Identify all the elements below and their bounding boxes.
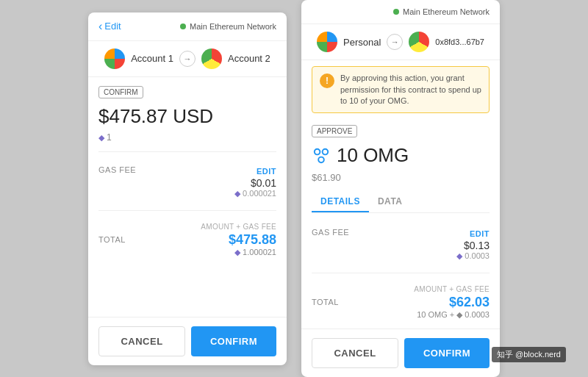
total-usd2: $62.03 [417,295,490,310]
from-account-name: Account 1 [131,53,173,64]
from-avatar2 [317,32,337,52]
amount-gas-label: AMOUNT + GAS FEE [98,223,276,231]
edit-link[interactable]: Edit [98,20,121,33]
amount-gas-label2: AMOUNT + GAS FEE [312,285,490,293]
approve-badge: APPROVE [312,125,357,137]
tab-details[interactable]: DETAILS [312,192,369,212]
card1-body: CONFIRM $475.87 USD ◆ 1 GAS FEE EDIT $0.… [88,77,287,292]
cancel-button[interactable]: CANCEL [98,326,185,356]
total-label: TOTAL [98,232,126,244]
from-account-name2: Personal [343,37,381,48]
confirm-badge: CONFIRM [98,86,143,98]
gas-fee-label2: GAS FEE [312,226,349,237]
svg-point-2 [318,157,324,162]
total-label2: TOTAL [312,295,339,306]
svg-point-1 [323,148,329,154]
gas-fee-eth2: ◆ 0.0003 [456,251,490,261]
total-values2: $62.03 10 OMG + ◆ 0.0003 [417,295,490,320]
eth-diamond4-icon: ◆ [456,251,462,260]
gas-fee-usd2: $0.13 [456,240,490,251]
to-address: 0x8fd3...67b7 [435,37,484,46]
total-row: TOTAL $475.88 ◆ 1.000021 [98,232,276,257]
accounts-row: Account 1 → Account 2 [88,41,287,77]
total-section2: AMOUNT + GAS FEE TOTAL $62.03 10 OMG + ◆… [312,285,490,320]
accounts-row2: Personal → 0x8fd3...67b7 [301,24,500,60]
network-status-dot [180,24,186,29]
tab-data[interactable]: DATA [369,192,412,212]
gas-fee-label: GAS FEE [98,164,136,174]
card1-footer: CANCEL CONFIRM [88,317,287,365]
card2-footer: CANCEL CONFIRM [301,328,500,377]
card2-header: Main Ethereum Network [301,0,500,24]
confirm-button[interactable]: CONFIRM [191,326,276,356]
divider1 [98,151,276,152]
omg-amount: 10 OMG [312,145,490,166]
gas-fee-eth: ◆ 0.000021 [234,189,276,198]
card-approve: Main Ethereum Network Personal → 0x8fd3.… [301,0,500,377]
omg-token-icon [312,146,331,165]
network-status-dot2 [393,9,399,15]
transfer-arrow: → [179,51,196,67]
to-avatar2 [409,32,429,52]
network-badge: Main Ethereum Network [180,22,276,31]
eth-diamond2-icon: ◆ [234,189,240,198]
gas-fee-usd: $0.01 [234,177,276,189]
amount-eth: ◆ 1 [98,132,276,143]
card1-header: Edit Main Ethereum Network [88,12,287,41]
gas-fee-row: GAS FEE EDIT $0.01 ◆ 0.000021 [98,164,276,198]
divider3 [312,273,490,273]
omg-value: 10 OMG [337,145,409,166]
card-send: Edit Main Ethereum Network Account 1 → A… [88,12,287,365]
divider2 [98,210,276,211]
network-name: Main Ethereum Network [190,22,276,31]
omg-usd: $61.90 [312,172,490,183]
from-avatar [104,49,125,69]
watermark: 知乎 @block.nerd [492,347,566,362]
cancel-button2[interactable]: CANCEL [312,338,398,368]
total-omg: 10 OMG + ◆ 0.0003 [417,310,490,320]
eth-diamond-icon: ◆ [98,133,104,143]
total-section: AMOUNT + GAS FEE TOTAL $475.88 ◆ 1.00002… [98,223,276,257]
to-avatar [201,49,222,69]
total-values: $475.88 ◆ 1.000021 [229,232,276,257]
edit-gas-button2[interactable]: EDIT [470,229,490,238]
to-account-name: Account 2 [228,53,270,64]
confirm-button2[interactable]: CONFIRM [404,338,490,368]
gas-fee-values: EDIT $0.01 ◆ 0.000021 [234,164,276,198]
network-badge2: Main Ethereum Network [393,7,490,16]
total-row2: TOTAL $62.03 10 OMG + ◆ 0.0003 [312,295,490,320]
svg-point-0 [315,148,320,154]
card2-body: APPROVE 10 OMG $61.90 DETAILS DATA GAS F… [301,116,500,328]
warning-text: By approving this action, you grant perm… [340,73,481,107]
eth-diamond3-icon: ◆ [234,248,240,256]
transfer-arrow2: → [387,34,403,50]
edit-gas-button[interactable]: EDIT [257,167,276,176]
warning-banner: ! By approving this action, you grant pe… [312,66,490,113]
amount-usd: $475.87 USD [98,106,276,127]
gas-fee-row2: GAS FEE EDIT $0.13 ◆ 0.0003 [312,226,490,261]
network-name2: Main Ethereum Network [403,7,490,16]
gas-fee-values2: EDIT $0.13 ◆ 0.0003 [456,226,490,261]
warning-icon: ! [320,73,334,88]
total-usd: $475.88 [229,232,276,248]
tabs-row: DETAILS DATA [312,192,490,213]
total-eth: ◆ 1.000021 [229,248,276,257]
